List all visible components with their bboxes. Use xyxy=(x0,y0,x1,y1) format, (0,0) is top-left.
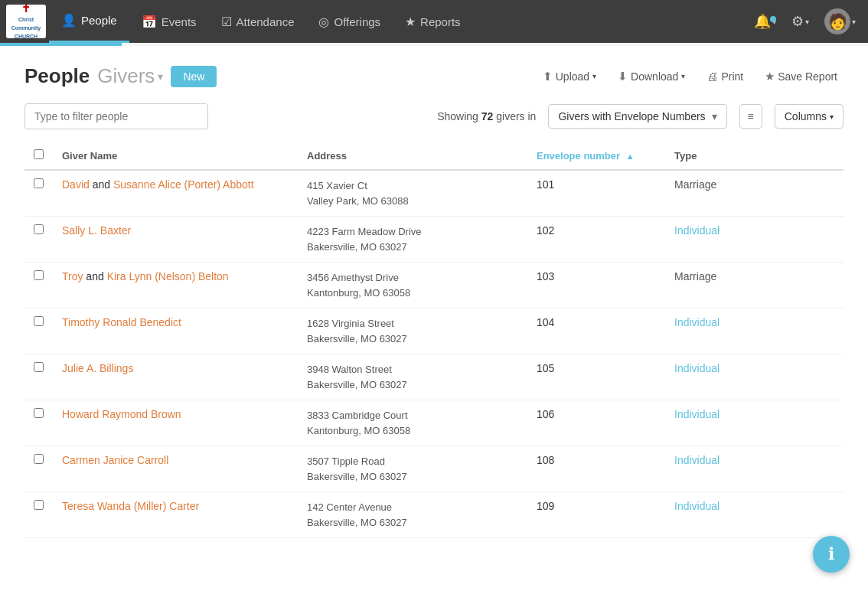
address-line1: 3833 Cambridge Court xyxy=(307,408,518,423)
upload-button[interactable]: ⬆ Upload ▾ xyxy=(537,67,602,87)
giver-name-link[interactable]: Teresa Wanda (Miller) Carter xyxy=(62,500,199,512)
row-checkbox[interactable] xyxy=(34,270,44,280)
app-logo[interactable]: ✝ ChristCommunityCHURCH xyxy=(6,5,46,38)
upload-caret: ▾ xyxy=(592,72,596,80)
envelope-number-cell: 106 xyxy=(527,400,665,446)
list-options-button[interactable]: ≡ xyxy=(739,104,762,129)
row-checkbox[interactable] xyxy=(34,454,44,464)
print-button[interactable]: 🖨 Print xyxy=(700,67,749,86)
row-checkbox[interactable] xyxy=(34,178,44,188)
table-row: Howard Raymond Brown3833 Cambridge Court… xyxy=(24,400,844,446)
user-avatar-button[interactable]: 🧑 ▾ xyxy=(818,4,862,39)
gear-icon: ⚙ xyxy=(791,13,804,30)
row-checkbox[interactable] xyxy=(34,500,44,510)
row-checkbox[interactable] xyxy=(34,362,44,372)
giver-name-link[interactable]: Howard Raymond Brown xyxy=(62,408,181,420)
type-cell: Marriage xyxy=(665,170,844,217)
address-cell: 3833 Cambridge CourtKantonburg, MO 63058 xyxy=(298,400,527,446)
nav-item-people[interactable]: 👤 People xyxy=(49,0,129,43)
download-button[interactable]: ⬇ Download ▾ xyxy=(612,67,691,87)
nav-item-offerings[interactable]: ◎ Offerings xyxy=(306,0,393,43)
select-all-checkbox[interactable] xyxy=(34,149,44,159)
new-button[interactable]: New xyxy=(171,66,217,87)
type-cell: Individual xyxy=(665,217,844,263)
nav-item-attendance[interactable]: ☑ Attendance xyxy=(209,0,307,43)
col-envelope-number[interactable]: Envelope number ▲ xyxy=(527,142,665,170)
download-icon: ⬇ xyxy=(618,70,628,83)
row-checkbox-cell xyxy=(24,446,53,492)
table-body: David and Susanne Alice (Porter) Abbott4… xyxy=(24,170,844,538)
upload-icon: ⬆ xyxy=(543,70,553,83)
address-line2: Kantonburg, MO 63058 xyxy=(307,423,518,439)
avatar-caret: ▾ xyxy=(852,18,856,26)
address-line1: 3507 Tipple Road xyxy=(307,454,518,469)
reports-icon: ★ xyxy=(405,15,416,29)
settings-button[interactable]: ⚙ ▾ xyxy=(785,8,815,34)
giver-name-cell: Teresa Wanda (Miller) Carter xyxy=(53,492,298,538)
table-row: Timothy Ronald Benedict1628 Virginia Str… xyxy=(24,309,844,354)
print-label: Print xyxy=(721,70,743,83)
save-report-button[interactable]: ★ Save Report xyxy=(759,67,844,87)
nav-item-reports[interactable]: ★ Reports xyxy=(393,0,473,43)
giver-name-link2[interactable]: Kira Lynn (Nelson) Belton xyxy=(107,270,229,282)
bell-icon: 🔔 xyxy=(754,13,771,30)
address-line2: Bakersville, MO 63027 xyxy=(307,469,518,485)
giver-name-cell: Troy and Kira Lynn (Nelson) Belton xyxy=(53,263,298,309)
nav-label-people: People xyxy=(81,14,117,27)
address-line2: Valley Park, MO 63088 xyxy=(307,194,518,209)
giver-name-link[interactable]: Timothy Ronald Benedict xyxy=(62,316,181,328)
col-address: Address xyxy=(298,142,527,170)
type-cell: Individual xyxy=(665,492,844,538)
row-checkbox[interactable] xyxy=(34,224,44,234)
star-icon: ★ xyxy=(765,70,775,83)
giver-name-link1[interactable]: Troy xyxy=(62,270,83,282)
giver-name-link[interactable]: Carmen Janice Carroll xyxy=(62,454,168,466)
group-dropdown[interactable]: Givers with Envelope Numbers ▾ xyxy=(548,104,726,129)
giver-name-link[interactable]: Sally L. Baxter xyxy=(62,224,131,237)
download-label: Download xyxy=(631,70,678,83)
filter-row: Showing 72 givers in Givers with Envelop… xyxy=(24,103,844,129)
print-icon: 🖨 xyxy=(706,70,718,83)
giver-name-link1[interactable]: David xyxy=(62,178,90,191)
save-report-label: Save Report xyxy=(778,70,837,83)
download-caret: ▾ xyxy=(681,72,685,80)
top-nav: ✝ ChristCommunityCHURCH 👤 People 📅 Event… xyxy=(0,0,868,43)
offerings-icon: ◎ xyxy=(318,15,329,29)
main-content: People Givers ▾ New ⬆ Upload ▾ ⬇ Downloa… xyxy=(0,46,868,591)
address-cell: 3456 Amethyst DriveKantonburg, MO 63058 xyxy=(298,263,527,309)
address-cell: 415 Xavier CtValley Park, MO 63088 xyxy=(298,170,527,217)
giver-name-link2[interactable]: Susanne Alice (Porter) Abbott xyxy=(113,178,254,191)
col-type: Type xyxy=(665,142,844,170)
notifications-button[interactable]: 🔔 ▾ xyxy=(748,8,782,34)
table-row: Julie A. Billings3948 Walton StreetBaker… xyxy=(24,354,844,400)
row-checkbox[interactable] xyxy=(34,408,44,418)
row-checkbox-cell xyxy=(24,492,53,538)
envelope-number-cell: 104 xyxy=(527,309,665,354)
logo-text: ChristCommunityCHURCH xyxy=(11,17,41,39)
row-checkbox[interactable] xyxy=(34,316,44,326)
info-icon: ℹ xyxy=(828,544,834,564)
page-title-sub: Givers xyxy=(97,64,155,88)
columns-button[interactable]: Columns ▾ xyxy=(775,104,844,129)
address-cell: 142 Center AvenueBakersville, MO 63027 xyxy=(298,492,527,538)
table-row: Teresa Wanda (Miller) Carter142 Center A… xyxy=(24,492,844,538)
nav-item-events[interactable]: 📅 Events xyxy=(129,0,209,43)
giver-name-link[interactable]: Julie A. Billings xyxy=(62,362,133,374)
people-icon: 👤 xyxy=(61,13,77,28)
type-cell: Individual xyxy=(665,446,844,492)
type-cell: Marriage xyxy=(665,263,844,309)
row-checkbox-cell xyxy=(24,354,53,400)
envelope-number-cell: 103 xyxy=(527,263,665,309)
address-line1: 1628 Virginia Street xyxy=(307,316,518,331)
nav-label-reports: Reports xyxy=(420,15,461,28)
givers-dropdown[interactable]: Givers ▾ xyxy=(97,64,163,88)
group-dropdown-caret: ▾ xyxy=(712,110,717,122)
info-fab-button[interactable]: ℹ xyxy=(813,536,850,573)
address-line2: Bakersville, MO 63027 xyxy=(307,240,518,255)
filter-input[interactable] xyxy=(24,103,208,129)
showing-prefix: Showing xyxy=(437,110,478,122)
col-checkbox xyxy=(24,142,53,170)
address-line1: 142 Center Avenue xyxy=(307,500,518,515)
header-actions: ⬆ Upload ▾ ⬇ Download ▾ 🖨 Print ★ Save R… xyxy=(537,67,844,87)
avatar: 🧑 xyxy=(824,8,850,34)
